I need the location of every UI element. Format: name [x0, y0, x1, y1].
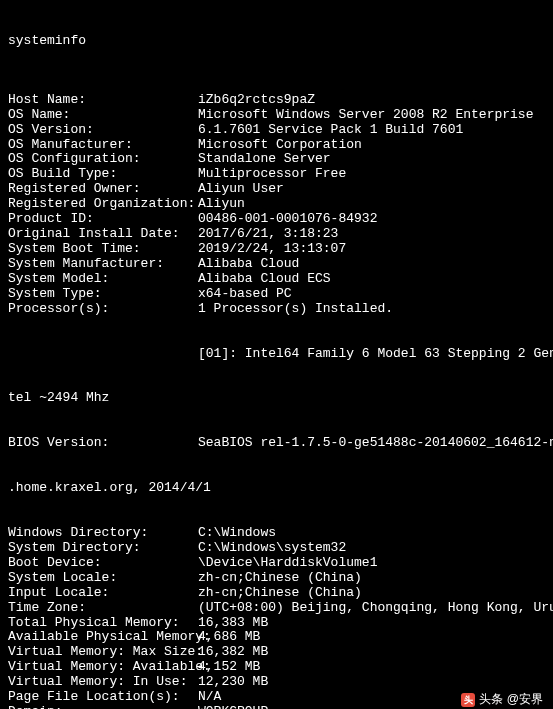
info-label: Total Physical Memory: — [8, 616, 198, 631]
info-row: OS Configuration:Standalone Server — [8, 152, 545, 167]
info-row: System Locale:zh-cn;Chinese (China) — [8, 571, 545, 586]
info-value: Multiprocessor Free — [198, 167, 545, 182]
info-value: C:\Windows\system32 — [198, 541, 545, 556]
info-row: System Model:Alibaba Cloud ECS — [8, 272, 545, 287]
info-row: Available Physical Memory:4,686 MB — [8, 630, 545, 645]
bios-row: BIOS Version: SeaBIOS rel-1.7.5-0-ge5148… — [8, 436, 545, 451]
info-value: 2019/2/24, 13:13:07 — [198, 242, 545, 257]
bios-label: BIOS Version: — [8, 436, 198, 451]
info-row: Virtual Memory: In Use:12,230 MB — [8, 675, 545, 690]
info-block-2: Windows Directory:C:\WindowsSystem Direc… — [8, 526, 545, 709]
info-label: System Directory: — [8, 541, 198, 556]
info-row: OS Name:Microsoft Windows Server 2008 R2… — [8, 108, 545, 123]
info-label: Virtual Memory: In Use: — [8, 675, 198, 690]
info-value: zh-cn;Chinese (China) — [198, 586, 545, 601]
info-row: Windows Directory:C:\Windows — [8, 526, 545, 541]
info-value: Microsoft Corporation — [198, 138, 545, 153]
info-label: Original Install Date: — [8, 227, 198, 242]
info-label: OS Version: — [8, 123, 198, 138]
info-label: Input Locale: — [8, 586, 198, 601]
info-value: 2017/6/21, 3:18:23 — [198, 227, 545, 242]
info-row: Input Locale:zh-cn;Chinese (China) — [8, 586, 545, 601]
info-row: Original Install Date:2017/6/21, 3:18:23 — [8, 227, 545, 242]
info-label: Time Zone: — [8, 601, 198, 616]
info-label: Windows Directory: — [8, 526, 198, 541]
info-label: Virtual Memory: Available: — [8, 660, 198, 675]
info-row: Total Physical Memory:16,383 MB — [8, 616, 545, 631]
info-label: Host Name: — [8, 93, 198, 108]
processor-wrap: tel ~2494 Mhz — [8, 391, 545, 406]
info-value: zh-cn;Chinese (China) — [198, 571, 545, 586]
info-row: Virtual Memory: Max Size:16,382 MB — [8, 645, 545, 660]
info-value: C:\Windows — [198, 526, 545, 541]
info-value: (UTC+08:00) Beijing, Chongqing, Hong Kon… — [198, 601, 553, 616]
terminal-output: systeminfo Host Name:iZb6q2rctcs9paZOS N… — [8, 4, 545, 709]
info-row: Processor(s):1 Processor(s) Installed. — [8, 302, 545, 317]
info-row: Time Zone:(UTC+08:00) Beijing, Chongqing… — [8, 601, 545, 616]
info-value: \Device\HarddiskVolume1 — [198, 556, 545, 571]
info-label: Processor(s): — [8, 302, 198, 317]
info-label: System Model: — [8, 272, 198, 287]
info-row: Registered Organization:Aliyun — [8, 197, 545, 212]
info-value: 12,230 MB — [198, 675, 545, 690]
info-value: 16,382 MB — [198, 645, 545, 660]
bios-value: SeaBIOS rel-1.7.5-0-ge51488c-20140602_16… — [198, 436, 553, 451]
info-value: 16,383 MB — [198, 616, 545, 631]
info-label: OS Name: — [8, 108, 198, 123]
info-value: Aliyun — [198, 197, 545, 212]
info-label: Domain: — [8, 705, 198, 709]
info-value: 4,152 MB — [198, 660, 545, 675]
info-row: Host Name:iZb6q2rctcs9paZ — [8, 93, 545, 108]
info-value: x64-based PC — [198, 287, 545, 302]
watermark: 头 头条 @安界 — [457, 691, 547, 709]
info-label: OS Configuration: — [8, 152, 198, 167]
info-label: Registered Owner: — [8, 182, 198, 197]
info-label: System Type: — [8, 287, 198, 302]
info-row: System Manufacturer:Alibaba Cloud — [8, 257, 545, 272]
info-label: System Manufacturer: — [8, 257, 198, 272]
info-row: Registered Owner:Aliyun User — [8, 182, 545, 197]
info-row: Boot Device:\Device\HarddiskVolume1 — [8, 556, 545, 571]
info-value: Alibaba Cloud — [198, 257, 545, 272]
info-value: 4,686 MB — [198, 630, 545, 645]
info-label: Virtual Memory: Max Size: — [8, 645, 198, 660]
info-row: System Directory:C:\Windows\system32 — [8, 541, 545, 556]
info-row: OS Manufacturer:Microsoft Corporation — [8, 138, 545, 153]
command-line: systeminfo — [8, 34, 545, 49]
info-value: iZb6q2rctcs9paZ — [198, 93, 545, 108]
info-row: OS Version:6.1.7601 Service Pack 1 Build… — [8, 123, 545, 138]
info-value: Alibaba Cloud ECS — [198, 272, 545, 287]
info-value: 00486-001-0001076-84932 — [198, 212, 545, 227]
info-row: OS Build Type:Multiprocessor Free — [8, 167, 545, 182]
info-label: OS Manufacturer: — [8, 138, 198, 153]
info-label: Product ID: — [8, 212, 198, 227]
info-block-1: Host Name:iZb6q2rctcs9paZOS Name:Microso… — [8, 93, 545, 317]
processor-detail: [01]: Intel64 Family 6 Model 63 Stepping… — [8, 347, 545, 362]
info-value: 1 Processor(s) Installed. — [198, 302, 545, 317]
info-value: Aliyun User — [198, 182, 545, 197]
info-label: System Locale: — [8, 571, 198, 586]
info-row: Product ID:00486-001-0001076-84932 — [8, 212, 545, 227]
watermark-text: 头条 @安界 — [479, 693, 543, 707]
info-label: Page File Location(s): — [8, 690, 198, 705]
info-row: Virtual Memory: Available:4,152 MB — [8, 660, 545, 675]
info-label: Registered Organization: — [8, 197, 198, 212]
info-value: Standalone Server — [198, 152, 545, 167]
info-row: System Type:x64-based PC — [8, 287, 545, 302]
bios-wrap: .home.kraxel.org, 2014/4/1 — [8, 481, 545, 496]
info-value: 6.1.7601 Service Pack 1 Build 7601 — [198, 123, 545, 138]
info-value: Microsoft Windows Server 2008 R2 Enterpr… — [198, 108, 545, 123]
info-row: System Boot Time:2019/2/24, 13:13:07 — [8, 242, 545, 257]
info-label: Available Physical Memory: — [8, 630, 198, 645]
info-label: Boot Device: — [8, 556, 198, 571]
watermark-icon: 头 — [461, 693, 475, 707]
info-label: System Boot Time: — [8, 242, 198, 257]
info-label: OS Build Type: — [8, 167, 198, 182]
